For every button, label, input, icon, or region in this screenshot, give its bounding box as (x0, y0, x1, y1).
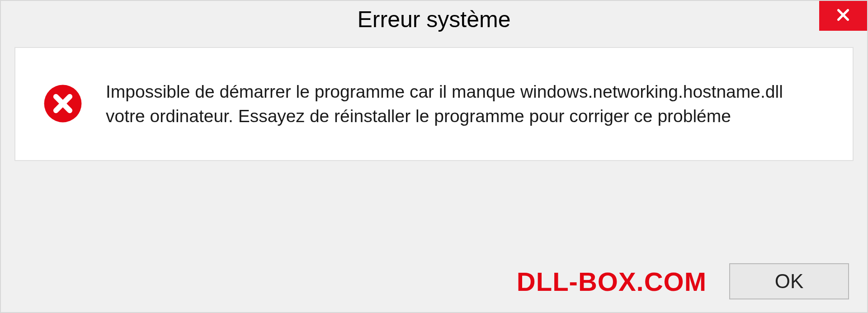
ok-button[interactable]: OK (729, 263, 849, 299)
close-icon (835, 7, 851, 25)
error-dialog: Erreur système Impossible de démarrer le… (0, 0, 868, 313)
dialog-footer: DLL-BOX.COM OK (1, 263, 867, 299)
error-icon (42, 83, 83, 124)
dialog-title: Erreur système (358, 6, 511, 33)
titlebar: Erreur système (1, 1, 867, 38)
error-message: Impossible de démarrer le programme car … (106, 80, 826, 128)
close-button[interactable] (819, 1, 867, 31)
content-panel: Impossible de démarrer le programme car … (14, 47, 854, 161)
watermark-text: DLL-BOX.COM (517, 266, 707, 297)
